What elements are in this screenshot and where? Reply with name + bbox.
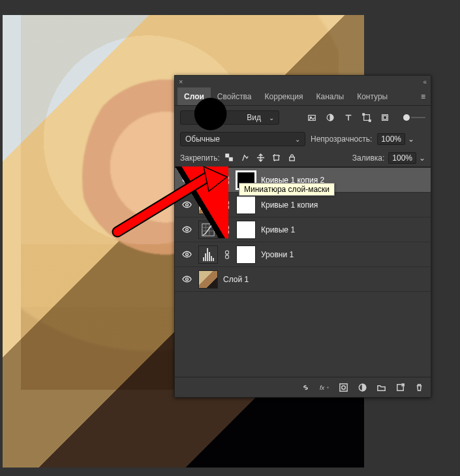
layer-name: Кривые 1 xyxy=(261,225,295,234)
add-mask-icon[interactable] xyxy=(339,383,348,392)
opacity-field[interactable]: 100% ⌄ xyxy=(377,133,414,145)
svg-marker-42 xyxy=(204,167,227,191)
svg-text:fx: fx xyxy=(320,384,325,390)
tab-correction[interactable]: Коррекция xyxy=(258,87,310,105)
filter-adjust-icon[interactable] xyxy=(324,111,337,124)
panel-menu-icon[interactable]: ≡ xyxy=(416,92,431,101)
tooltip: Миниатюра слой-маски xyxy=(239,183,335,196)
delete-icon[interactable] xyxy=(414,383,424,392)
tab-channels[interactable]: Каналы xyxy=(310,87,351,105)
svg-point-27 xyxy=(186,253,189,256)
layer-row[interactable]: Слой 1 xyxy=(175,267,431,292)
lock-row: Закрепить: Заливка: 100% ⌄ xyxy=(175,149,431,167)
new-layer-icon[interactable] xyxy=(395,383,405,392)
filter-smart-icon[interactable] xyxy=(378,111,391,124)
svg-rect-7 xyxy=(369,120,371,122)
layer-name: Уровни 1 xyxy=(261,250,294,259)
group-icon[interactable] xyxy=(376,383,386,392)
annotation-arrow xyxy=(104,167,228,238)
filter-label: Вид xyxy=(247,113,261,122)
link-layers-icon[interactable] xyxy=(301,383,311,392)
layer-name: Кривые 1 копия xyxy=(261,200,318,210)
blend-mode-value: Обычные xyxy=(185,135,220,144)
panel-bottom-bar: fx xyxy=(175,377,431,397)
link-icon[interactable] xyxy=(223,250,231,259)
svg-rect-9 xyxy=(383,116,386,119)
lock-label: Закрепить: xyxy=(180,153,220,163)
blend-mode-dropdown[interactable]: Обычные ⌄ xyxy=(180,132,305,146)
chevron-down-icon: ⌄ xyxy=(269,114,274,121)
visibility-toggle[interactable] xyxy=(181,249,193,259)
lock-transparency-icon[interactable] xyxy=(224,152,236,164)
tab-paths[interactable]: Контуры xyxy=(350,87,394,105)
adjustment-icon[interactable] xyxy=(358,383,367,392)
layer-thumbnail[interactable] xyxy=(198,270,218,289)
layer-name: Слой 1 xyxy=(223,275,249,284)
chevron-down-icon: ⌄ xyxy=(408,135,414,144)
chevron-down-icon: ⌄ xyxy=(295,136,300,143)
svg-line-41 xyxy=(117,177,207,232)
lock-position-icon[interactable] xyxy=(255,152,267,164)
layer-filter-dropdown[interactable]: Вид ⌄ xyxy=(180,110,279,125)
svg-rect-33 xyxy=(340,383,347,390)
filter-toggle[interactable] xyxy=(403,114,425,121)
layer-mask-thumbnail[interactable] xyxy=(236,221,256,239)
blend-row: Обычные ⌄ Непрозрачность: 100% ⌄ xyxy=(175,129,431,149)
filter-shape-icon[interactable] xyxy=(360,111,373,124)
opacity-label: Непрозрачность: xyxy=(311,135,372,144)
filter-pixel-icon[interactable] xyxy=(305,111,318,124)
panel-header: × « xyxy=(175,76,431,87)
visibility-toggle[interactable] xyxy=(181,274,193,284)
lock-artboard-icon[interactable] xyxy=(271,152,283,164)
layer-row[interactable]: Уровни 1 xyxy=(175,242,431,267)
fill-field[interactable]: 100% ⌄ xyxy=(388,152,425,164)
svg-rect-11 xyxy=(230,158,233,161)
svg-rect-6 xyxy=(363,114,365,116)
layer-mask-thumbnail[interactable] xyxy=(236,246,256,264)
levels-icon[interactable] xyxy=(198,246,218,264)
lock-pixels-icon[interactable] xyxy=(239,152,251,164)
svg-rect-13 xyxy=(290,157,294,161)
chevron-down-icon: ⌄ xyxy=(419,153,425,163)
opacity-value: 100% xyxy=(377,133,405,145)
lock-all-icon[interactable] xyxy=(286,152,298,164)
layer-mask-thumbnail[interactable] xyxy=(236,196,256,214)
filter-row: Вид ⌄ xyxy=(175,106,431,129)
svg-rect-12 xyxy=(274,155,279,160)
svg-point-31 xyxy=(186,278,189,281)
filter-text-icon[interactable] xyxy=(342,111,355,124)
fill-label: Заливка: xyxy=(352,153,385,163)
fill-value: 100% xyxy=(388,152,416,164)
svg-point-34 xyxy=(342,385,346,389)
svg-rect-10 xyxy=(226,154,229,157)
svg-point-0 xyxy=(194,98,227,131)
fx-icon[interactable]: fx xyxy=(320,383,330,392)
close-icon[interactable]: × xyxy=(179,78,183,86)
collapse-icon[interactable]: « xyxy=(423,78,427,86)
